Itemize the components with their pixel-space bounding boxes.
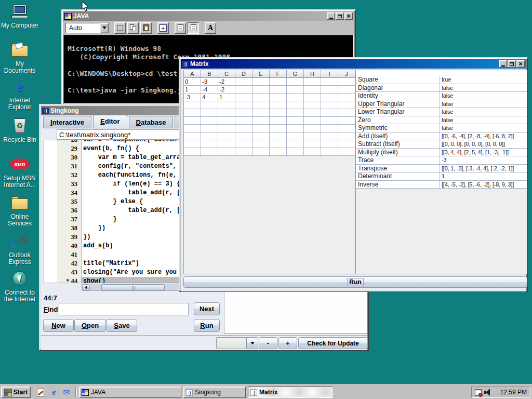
grid-cell[interactable] bbox=[287, 132, 304, 140]
quicklaunch-outlook-express-icon[interactable]: ✉ bbox=[61, 388, 72, 397]
run-button[interactable]: Run bbox=[194, 319, 220, 332]
maximize-button[interactable] bbox=[336, 12, 344, 20]
desktop-icon-connect-to-the-internet[interactable]: Connect to the Internet bbox=[0, 269, 39, 303]
grid-cell[interactable] bbox=[218, 117, 235, 125]
column-header[interactable]: A bbox=[184, 70, 201, 78]
grid-cell[interactable] bbox=[287, 117, 304, 125]
quicklaunch-internet-explorer-icon[interactable]: e bbox=[49, 388, 59, 397]
grid-cell[interactable] bbox=[218, 140, 235, 148]
grid-cell[interactable] bbox=[304, 117, 321, 125]
grid-cell[interactable] bbox=[338, 109, 355, 117]
desktop-icon-online-services[interactable]: Online Services bbox=[0, 193, 39, 227]
grid-cell[interactable] bbox=[304, 86, 321, 94]
grid-cell[interactable] bbox=[235, 148, 252, 156]
java-titlebar[interactable]: JAVA × bbox=[63, 11, 354, 21]
find-input[interactable] bbox=[59, 303, 189, 315]
grid-cell[interactable] bbox=[304, 125, 321, 132]
desktop-icon-setup-msn-internet-a[interactable]: msnSetup MSN Internet A... bbox=[0, 155, 39, 189]
grid-cell[interactable] bbox=[184, 140, 201, 148]
grid-cell[interactable] bbox=[287, 148, 304, 156]
column-header[interactable]: G bbox=[287, 70, 304, 78]
check-for-update-button[interactable]: Check for Update bbox=[298, 337, 368, 349]
grid-cell[interactable] bbox=[287, 94, 304, 101]
combobox-dropdown-button[interactable] bbox=[100, 23, 109, 33]
column-header[interactable]: C bbox=[218, 70, 235, 78]
grid-cell[interactable] bbox=[287, 78, 304, 86]
desktop-icon-outlook-express[interactable]: ✉↻Outlook Express bbox=[0, 232, 39, 265]
desktop-icon-internet-explorer[interactable]: eInternet Explorer bbox=[0, 77, 39, 111]
decrease-font-button[interactable]: - bbox=[259, 337, 277, 349]
grid-cell[interactable] bbox=[321, 101, 338, 109]
combobox-dropdown-button[interactable] bbox=[246, 337, 258, 349]
matrix-spreadsheet[interactable]: ABCDEFGHIJ0-3-21-4-2-341 bbox=[183, 70, 355, 274]
grid-cell[interactable] bbox=[235, 117, 252, 125]
grid-cell[interactable] bbox=[184, 148, 201, 156]
close-button[interactable]: × bbox=[516, 60, 525, 68]
grid-cell[interactable] bbox=[304, 78, 321, 86]
grid-cell[interactable] bbox=[218, 132, 235, 140]
grid-cell[interactable] bbox=[252, 109, 270, 117]
grid-cell[interactable] bbox=[270, 117, 287, 125]
start-button[interactable]: Start bbox=[1, 387, 31, 398]
grid-cell[interactable]: -3 bbox=[184, 94, 201, 101]
scrollbar-thumb[interactable] bbox=[101, 284, 165, 290]
grid-cell[interactable] bbox=[218, 109, 235, 117]
grid-cell[interactable]: 4 bbox=[201, 94, 218, 101]
grid-cell[interactable] bbox=[304, 132, 321, 140]
grid-cell[interactable] bbox=[235, 125, 252, 132]
grid-cell[interactable] bbox=[252, 148, 270, 156]
new-button[interactable]: New bbox=[43, 319, 74, 332]
matrix-titlebar[interactable]: :) Matrix × bbox=[181, 59, 526, 69]
next-button[interactable]: Next bbox=[194, 302, 220, 315]
grid-cell[interactable] bbox=[270, 125, 287, 132]
grid-cell[interactable] bbox=[218, 148, 235, 156]
paste-button[interactable] bbox=[140, 22, 152, 34]
quicklaunch-show-desktop-icon[interactable] bbox=[35, 388, 46, 397]
grid-cell[interactable]: 0 bbox=[184, 78, 201, 86]
column-header[interactable]: I bbox=[321, 70, 338, 78]
grid-cell[interactable] bbox=[184, 132, 201, 140]
grid-cell[interactable] bbox=[201, 132, 218, 140]
column-header[interactable]: F bbox=[270, 70, 287, 78]
grid-cell[interactable] bbox=[252, 117, 270, 125]
grid-cell[interactable] bbox=[201, 148, 218, 156]
grid-cell[interactable] bbox=[304, 109, 321, 117]
font-size-combobox[interactable] bbox=[216, 337, 258, 349]
maximize-button[interactable] bbox=[508, 60, 516, 68]
grid-cell[interactable] bbox=[321, 125, 338, 132]
open-button[interactable]: Open bbox=[74, 319, 106, 332]
grid-cell[interactable] bbox=[304, 101, 321, 109]
volume-icon[interactable] bbox=[484, 389, 491, 396]
grid-cell[interactable]: -2 bbox=[218, 78, 235, 86]
background-button[interactable] bbox=[188, 22, 199, 34]
grid-cell[interactable] bbox=[321, 140, 338, 148]
grid-cell[interactable] bbox=[235, 86, 252, 94]
grid-cell[interactable] bbox=[235, 78, 252, 86]
grid-cell[interactable] bbox=[287, 86, 304, 94]
close-button[interactable]: × bbox=[344, 12, 353, 20]
grid-cell[interactable] bbox=[287, 101, 304, 109]
grid-cell[interactable] bbox=[338, 101, 355, 109]
column-header[interactable]: B bbox=[201, 70, 218, 78]
grid-cell[interactable] bbox=[287, 140, 304, 148]
tab-interactive[interactable]: Interactive bbox=[43, 116, 91, 128]
grid-cell[interactable] bbox=[184, 117, 201, 125]
grid-cell[interactable] bbox=[235, 109, 252, 117]
grid-cell[interactable] bbox=[201, 117, 218, 125]
grid-cell[interactable] bbox=[270, 109, 287, 117]
taskbar-button-singkong[interactable]: :)Singkong bbox=[183, 387, 246, 398]
grid-cell[interactable] bbox=[270, 132, 287, 140]
column-header[interactable]: D bbox=[235, 70, 252, 78]
grid-cell[interactable] bbox=[338, 125, 355, 132]
grid-cell[interactable] bbox=[338, 148, 355, 156]
font-button[interactable]: A bbox=[205, 22, 216, 34]
grid-cell[interactable] bbox=[235, 101, 252, 109]
grid-cell[interactable] bbox=[184, 101, 201, 109]
grid-cell[interactable] bbox=[252, 94, 270, 101]
properties-button[interactable] bbox=[175, 22, 186, 34]
desktop-icon-my-documents[interactable]: My Documents bbox=[0, 41, 39, 74]
grid-cell[interactable] bbox=[321, 86, 338, 94]
taskbar-button-java[interactable]: JAVA bbox=[79, 387, 181, 398]
grid-cell[interactable] bbox=[270, 78, 287, 86]
taskbar-button-matrix[interactable]: :)Matrix bbox=[248, 387, 332, 398]
